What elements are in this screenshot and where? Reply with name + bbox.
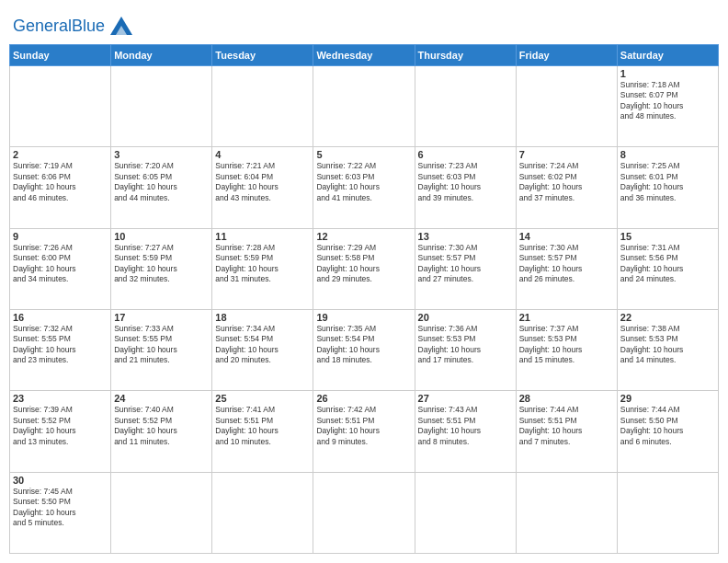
calendar-cell: 27Sunrise: 7:43 AM Sunset: 5:51 PM Dayli… <box>415 391 516 472</box>
header: GeneralBlue <box>9 9 719 39</box>
weekday-friday: Friday <box>516 45 617 66</box>
day-number: 28 <box>519 393 614 404</box>
weekday-thursday: Thursday <box>415 45 516 66</box>
calendar-cell: 6Sunrise: 7:23 AM Sunset: 6:03 PM Daylig… <box>415 147 516 228</box>
day-info: Sunrise: 7:30 AM Sunset: 5:57 PM Dayligh… <box>519 243 614 285</box>
calendar-cell: 18Sunrise: 7:34 AM Sunset: 5:54 PM Dayli… <box>212 309 313 390</box>
day-number: 12 <box>316 231 411 242</box>
day-number: 17 <box>114 312 209 323</box>
calendar-week-1: 2Sunrise: 7:19 AM Sunset: 6:06 PM Daylig… <box>10 147 719 228</box>
calendar-cell: 23Sunrise: 7:39 AM Sunset: 5:52 PM Dayli… <box>10 391 111 472</box>
calendar-cell: 2Sunrise: 7:19 AM Sunset: 6:06 PM Daylig… <box>10 147 111 228</box>
calendar-week-2: 9Sunrise: 7:26 AM Sunset: 6:00 PM Daylig… <box>10 228 719 309</box>
calendar-week-0: 1Sunrise: 7:18 AM Sunset: 6:07 PM Daylig… <box>10 66 719 147</box>
day-info: Sunrise: 7:29 AM Sunset: 5:58 PM Dayligh… <box>316 243 411 285</box>
calendar-cell <box>212 66 313 147</box>
day-number: 25 <box>215 393 310 404</box>
day-info: Sunrise: 7:24 AM Sunset: 6:02 PM Dayligh… <box>519 161 614 203</box>
day-info: Sunrise: 7:19 AM Sunset: 6:06 PM Dayligh… <box>13 161 108 203</box>
day-number: 19 <box>316 312 411 323</box>
day-number: 15 <box>620 231 715 242</box>
calendar-cell <box>10 66 111 147</box>
day-number: 6 <box>418 149 513 160</box>
day-number: 5 <box>316 149 411 160</box>
calendar-week-5: 30Sunrise: 7:45 AM Sunset: 5:50 PM Dayli… <box>10 472 719 553</box>
calendar-cell: 16Sunrise: 7:32 AM Sunset: 5:55 PM Dayli… <box>10 309 111 390</box>
day-number: 18 <box>215 312 310 323</box>
calendar-cell: 12Sunrise: 7:29 AM Sunset: 5:58 PM Dayli… <box>313 228 415 309</box>
day-info: Sunrise: 7:41 AM Sunset: 5:51 PM Dayligh… <box>215 405 310 447</box>
day-info: Sunrise: 7:31 AM Sunset: 5:56 PM Dayligh… <box>620 243 715 285</box>
day-info: Sunrise: 7:26 AM Sunset: 6:00 PM Dayligh… <box>13 243 108 285</box>
day-info: Sunrise: 7:44 AM Sunset: 5:51 PM Dayligh… <box>519 405 614 447</box>
day-info: Sunrise: 7:36 AM Sunset: 5:53 PM Dayligh… <box>418 324 513 366</box>
calendar-cell: 21Sunrise: 7:37 AM Sunset: 5:53 PM Dayli… <box>516 309 617 390</box>
day-info: Sunrise: 7:34 AM Sunset: 5:54 PM Dayligh… <box>215 324 310 366</box>
day-info: Sunrise: 7:20 AM Sunset: 6:05 PM Dayligh… <box>114 161 209 203</box>
day-number: 8 <box>620 149 715 160</box>
weekday-wednesday: Wednesday <box>313 45 415 66</box>
day-number: 24 <box>114 393 209 404</box>
logo-blue: Blue <box>72 17 105 35</box>
calendar-week-4: 23Sunrise: 7:39 AM Sunset: 5:52 PM Dayli… <box>10 391 719 472</box>
calendar-cell: 20Sunrise: 7:36 AM Sunset: 5:53 PM Dayli… <box>415 309 516 390</box>
calendar-cell: 14Sunrise: 7:30 AM Sunset: 5:57 PM Dayli… <box>516 228 617 309</box>
day-number: 7 <box>519 149 614 160</box>
calendar-cell: 26Sunrise: 7:42 AM Sunset: 5:51 PM Dayli… <box>313 391 415 472</box>
logo-general: General <box>13 17 72 35</box>
day-info: Sunrise: 7:33 AM Sunset: 5:55 PM Dayligh… <box>114 324 209 366</box>
calendar-cell: 7Sunrise: 7:24 AM Sunset: 6:02 PM Daylig… <box>516 147 617 228</box>
day-info: Sunrise: 7:35 AM Sunset: 5:54 PM Dayligh… <box>316 324 411 366</box>
day-number: 9 <box>13 231 108 242</box>
calendar-cell: 8Sunrise: 7:25 AM Sunset: 6:01 PM Daylig… <box>617 147 718 228</box>
day-number: 13 <box>418 231 513 242</box>
day-info: Sunrise: 7:43 AM Sunset: 5:51 PM Dayligh… <box>418 405 513 447</box>
logo-icon <box>107 13 136 39</box>
calendar-cell <box>313 472 415 553</box>
day-number: 2 <box>13 149 108 160</box>
day-info: Sunrise: 7:28 AM Sunset: 5:59 PM Dayligh… <box>215 243 310 285</box>
day-info: Sunrise: 7:39 AM Sunset: 5:52 PM Dayligh… <box>13 405 108 447</box>
calendar-cell: 4Sunrise: 7:21 AM Sunset: 6:04 PM Daylig… <box>212 147 313 228</box>
day-info: Sunrise: 7:38 AM Sunset: 5:53 PM Dayligh… <box>620 324 715 366</box>
day-number: 26 <box>316 393 411 404</box>
calendar-cell: 28Sunrise: 7:44 AM Sunset: 5:51 PM Dayli… <box>516 391 617 472</box>
weekday-tuesday: Tuesday <box>212 45 313 66</box>
day-number: 23 <box>13 393 108 404</box>
logo-text: GeneralBlue <box>13 17 105 34</box>
day-number: 20 <box>418 312 513 323</box>
day-number: 21 <box>519 312 614 323</box>
day-info: Sunrise: 7:22 AM Sunset: 6:03 PM Dayligh… <box>316 161 411 203</box>
day-number: 3 <box>114 149 209 160</box>
day-info: Sunrise: 7:37 AM Sunset: 5:53 PM Dayligh… <box>519 324 614 366</box>
calendar-cell: 25Sunrise: 7:41 AM Sunset: 5:51 PM Dayli… <box>212 391 313 472</box>
calendar-cell <box>212 472 313 553</box>
calendar-cell: 5Sunrise: 7:22 AM Sunset: 6:03 PM Daylig… <box>313 147 415 228</box>
day-number: 22 <box>620 312 715 323</box>
day-info: Sunrise: 7:40 AM Sunset: 5:52 PM Dayligh… <box>114 405 209 447</box>
day-number: 14 <box>519 231 614 242</box>
day-info: Sunrise: 7:30 AM Sunset: 5:57 PM Dayligh… <box>418 243 513 285</box>
day-number: 11 <box>215 231 310 242</box>
calendar-cell: 11Sunrise: 7:28 AM Sunset: 5:59 PM Dayli… <box>212 228 313 309</box>
logo: GeneralBlue <box>13 13 136 39</box>
calendar-cell <box>617 472 718 553</box>
weekday-sunday: Sunday <box>10 45 111 66</box>
day-number: 4 <box>215 149 310 160</box>
calendar-cell: 3Sunrise: 7:20 AM Sunset: 6:05 PM Daylig… <box>111 147 212 228</box>
calendar-cell: 19Sunrise: 7:35 AM Sunset: 5:54 PM Dayli… <box>313 309 415 390</box>
calendar-cell: 17Sunrise: 7:33 AM Sunset: 5:55 PM Dayli… <box>111 309 212 390</box>
calendar-cell <box>313 66 415 147</box>
day-number: 1 <box>620 68 715 79</box>
day-number: 30 <box>13 475 108 486</box>
calendar-table: SundayMondayTuesdayWednesdayThursdayFrid… <box>9 44 719 554</box>
calendar-cell: 9Sunrise: 7:26 AM Sunset: 6:00 PM Daylig… <box>10 228 111 309</box>
calendar-cell <box>516 472 617 553</box>
weekday-header-row: SundayMondayTuesdayWednesdayThursdayFrid… <box>10 45 719 66</box>
day-info: Sunrise: 7:21 AM Sunset: 6:04 PM Dayligh… <box>215 161 310 203</box>
weekday-monday: Monday <box>111 45 212 66</box>
calendar-cell <box>111 66 212 147</box>
calendar-cell: 29Sunrise: 7:44 AM Sunset: 5:50 PM Dayli… <box>617 391 718 472</box>
day-number: 29 <box>620 393 715 404</box>
day-number: 27 <box>418 393 513 404</box>
